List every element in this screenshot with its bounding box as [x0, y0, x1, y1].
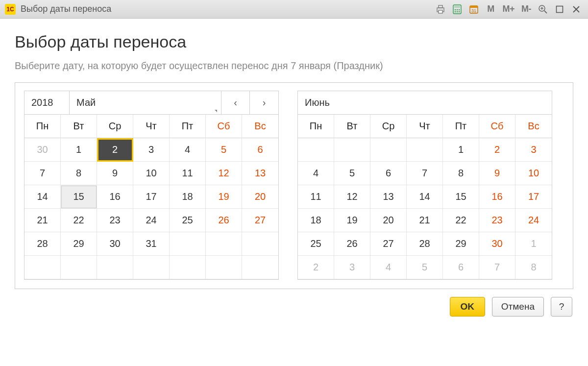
- calendar-day-cell[interactable]: 1: [61, 138, 97, 162]
- calendar-day-cell[interactable]: 4: [370, 256, 407, 279]
- calendar-day-cell[interactable]: 29: [443, 232, 479, 256]
- calendar-day-cell[interactable]: 7: [24, 162, 61, 185]
- calendar-day-cell[interactable]: 24: [133, 209, 170, 232]
- svg-point-7: [459, 9, 460, 10]
- calendar-day-cell[interactable]: 28: [24, 232, 61, 256]
- calendar-day-cell[interactable]: 8: [61, 162, 97, 185]
- calendar-day-cell[interactable]: 18: [298, 209, 334, 232]
- calendar-day-cell[interactable]: 29: [61, 232, 97, 256]
- calendar-blank-cell: [61, 256, 97, 279]
- calendar-day-cell[interactable]: 9: [479, 162, 515, 185]
- calendar-day-cell[interactable]: 15: [443, 185, 479, 209]
- calendar-day-cell[interactable]: 27: [370, 232, 407, 256]
- calendar-day-cell[interactable]: 18: [170, 185, 206, 209]
- calendar-day-cell[interactable]: 16: [479, 185, 515, 209]
- calendar-day-cell[interactable]: 26: [334, 232, 370, 256]
- calendar-day-cell[interactable]: 2: [479, 138, 515, 162]
- calculator-icon[interactable]: [450, 3, 464, 16]
- calendar-day-cell[interactable]: 19: [206, 185, 242, 209]
- calendar-day-cell[interactable]: 21: [407, 209, 443, 232]
- footer-buttons: OK Отмена ?: [15, 297, 573, 317]
- calendar-day-cell[interactable]: 17: [515, 185, 552, 209]
- calendar-day-cell[interactable]: 23: [479, 209, 515, 232]
- calendar-day-cell[interactable]: 4: [170, 138, 206, 162]
- calendar-day-cell[interactable]: 14: [24, 185, 61, 209]
- calendar-day-cell[interactable]: 3: [133, 138, 170, 162]
- calendar-year[interactable]: 2018: [24, 91, 70, 114]
- calendar-day-cell[interactable]: 12: [334, 185, 370, 209]
- calendar-day-cell[interactable]: 31: [133, 232, 170, 256]
- calendar-day-cell[interactable]: 2: [298, 256, 334, 279]
- calendar-dow-header: Вс: [515, 115, 552, 138]
- calendar-day-cell[interactable]: 30: [97, 232, 133, 256]
- calendar-day-cell[interactable]: 9: [97, 162, 133, 185]
- calendar-dow-header: Вт: [61, 115, 97, 138]
- calendar-day-cell[interactable]: 6: [443, 256, 479, 279]
- svg-rect-4: [454, 6, 460, 8]
- calendar-day-cell[interactable]: 1: [515, 232, 552, 256]
- calendar-blank-cell: [370, 138, 407, 162]
- calendar-day-cell[interactable]: 11: [170, 162, 206, 185]
- calendar-day-cell[interactable]: 19: [334, 209, 370, 232]
- ok-button[interactable]: OK: [450, 297, 485, 317]
- calendar-blank-cell: [334, 138, 370, 162]
- calendar-day-cell[interactable]: 8: [515, 256, 552, 279]
- calendar-day-cell[interactable]: 23: [97, 209, 133, 232]
- calendar-day-cell[interactable]: 27: [242, 209, 278, 232]
- calendar-day-cell[interactable]: 2: [97, 138, 133, 162]
- calendar-day-cell[interactable]: 11: [298, 185, 334, 209]
- page-title: Выбор даты переноса: [15, 32, 573, 51]
- calendar-day-cell[interactable]: 22: [443, 209, 479, 232]
- calendar-day-cell[interactable]: 3: [334, 256, 370, 279]
- calendar-day-cell[interactable]: 13: [242, 162, 278, 185]
- calendar-day-cell[interactable]: 25: [298, 232, 334, 256]
- calendar-day-cell[interactable]: 12: [206, 162, 242, 185]
- calendar-day-cell[interactable]: 16: [97, 185, 133, 209]
- calendar-day-cell[interactable]: 8: [443, 162, 479, 185]
- help-button[interactable]: ?: [551, 297, 572, 317]
- calendar-day-cell[interactable]: 30: [24, 138, 61, 162]
- calendar-day-cell[interactable]: 4: [298, 162, 334, 185]
- calendar-day-cell[interactable]: 10: [515, 162, 552, 185]
- print-icon[interactable]: [434, 3, 447, 16]
- zoom-in-icon[interactable]: [536, 3, 550, 16]
- calendar-dow-header: Пн: [24, 115, 61, 138]
- maximize-icon[interactable]: [553, 3, 566, 16]
- memory-m-button[interactable]: M: [484, 3, 497, 16]
- calendar-day-cell[interactable]: 7: [479, 256, 515, 279]
- calendar-day-cell[interactable]: 7: [407, 162, 443, 185]
- calendar-day-cell[interactable]: 15: [61, 185, 97, 209]
- calendar-day-cell[interactable]: 6: [242, 138, 278, 162]
- calendar-day-cell[interactable]: 14: [407, 185, 443, 209]
- calendar-day-cell[interactable]: 5: [407, 256, 443, 279]
- calendar-day-cell[interactable]: 24: [515, 209, 552, 232]
- calendar-month-selector[interactable]: Май: [70, 91, 221, 114]
- cancel-button[interactable]: Отмена: [492, 297, 544, 317]
- calendar-day-cell[interactable]: 20: [370, 209, 407, 232]
- calendar-day-cell[interactable]: 10: [133, 162, 170, 185]
- memory-mminus-button[interactable]: M-: [519, 3, 533, 16]
- calendar-day-cell[interactable]: 3: [515, 138, 552, 162]
- titlebar: 1C Выбор даты переноса 31 M M+ M-: [0, 0, 588, 19]
- memory-mplus-button[interactable]: M+: [500, 3, 516, 16]
- calendar-blank-cell: [133, 256, 170, 279]
- calendar-day-cell[interactable]: 6: [370, 162, 407, 185]
- calendar-blank-cell: [298, 138, 334, 162]
- calendar-prev-button[interactable]: ‹: [221, 91, 250, 114]
- calendar-day-cell[interactable]: 5: [206, 138, 242, 162]
- calendar-day-cell[interactable]: 26: [206, 209, 242, 232]
- calendar-day-cell[interactable]: 5: [334, 162, 370, 185]
- calendar-next-button[interactable]: ›: [250, 91, 278, 114]
- calendar-icon[interactable]: 31: [467, 3, 481, 16]
- calendar-day-cell[interactable]: 25: [170, 209, 206, 232]
- calendar-day-cell[interactable]: 28: [407, 232, 443, 256]
- calendar-day-cell[interactable]: 30: [479, 232, 515, 256]
- calendar-day-cell[interactable]: 1: [443, 138, 479, 162]
- calendar-day-cell[interactable]: 17: [133, 185, 170, 209]
- calendar-day-cell[interactable]: 20: [242, 185, 278, 209]
- calendar-day-cell[interactable]: 13: [370, 185, 407, 209]
- close-icon[interactable]: [569, 3, 583, 16]
- svg-rect-1: [439, 5, 442, 8]
- calendar-day-cell[interactable]: 21: [24, 209, 61, 232]
- calendar-day-cell[interactable]: 22: [61, 209, 97, 232]
